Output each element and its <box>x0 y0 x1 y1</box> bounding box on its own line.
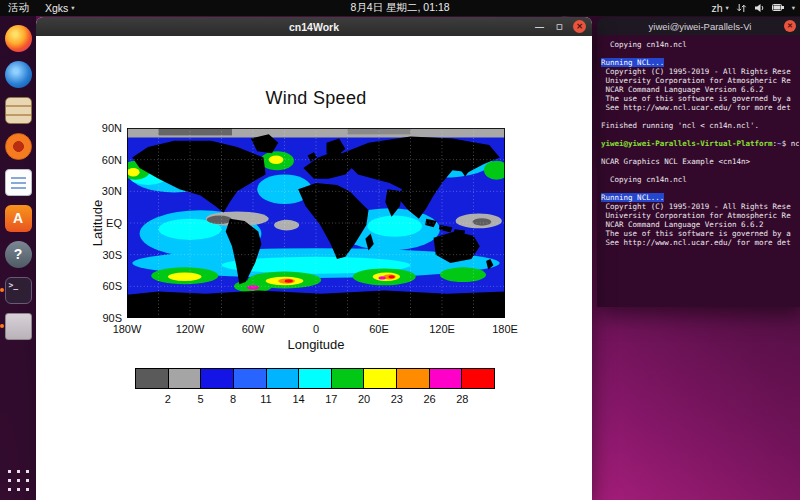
colorbar-cell <box>233 368 267 389</box>
x-axis-label: Longitude <box>127 337 505 352</box>
dock-item-writer[interactable] <box>3 167 33 197</box>
colorbar-label: 14 <box>287 393 311 405</box>
x-tick-label: 0 <box>291 323 341 335</box>
maximize-button[interactable]: ◻ <box>553 20 566 33</box>
desktop: { "topbar": { "activities_label": "活动", … <box>0 0 800 500</box>
colorbar-label: 23 <box>385 393 409 405</box>
terminal-line <box>601 148 799 157</box>
close-button[interactable]: ✕ <box>573 20 586 33</box>
x-tick-label: 120W <box>165 323 215 335</box>
running-indicator-dot <box>0 324 4 328</box>
dock-item-terminal[interactable]: >_ <box>3 275 33 305</box>
terminal-line: See http://www.ncl.ucar.edu/ for more de… <box>601 238 799 247</box>
system-menu-chevron-icon[interactable]: ▾ <box>792 4 795 12</box>
terminal-glyph: >_ <box>9 281 19 290</box>
software-icon: A <box>5 205 32 232</box>
app-menu-label: Xgks <box>45 2 68 14</box>
terminal-line: Copying cn14n.ncl <box>601 175 799 184</box>
terminal-line: See http://www.ncl.ucar.edu/ for more de… <box>601 103 799 112</box>
show-applications-icon <box>5 467 32 494</box>
y-axis-label: Latitude <box>90 200 105 246</box>
network-icon[interactable] <box>736 3 747 13</box>
colorbar-label: 8 <box>221 393 245 405</box>
terminal-icon: >_ <box>5 277 32 304</box>
colorbar-label: 5 <box>188 393 212 405</box>
terminal-line <box>601 112 799 121</box>
colorbar-cell <box>200 368 234 389</box>
x-tick-label: 180W <box>102 323 152 335</box>
plot-window-title: cn14Work <box>289 21 339 33</box>
terminal-line: Running NCL... <box>601 193 799 202</box>
colorbar-cell <box>135 368 169 389</box>
colorbar-label: 28 <box>450 393 474 405</box>
y-tick-label: 90S <box>74 312 122 324</box>
plot-canvas: Wind Speed Latitude <box>36 36 592 500</box>
y-tick-label: 60N <box>74 154 122 166</box>
colorbar-cell <box>331 368 365 389</box>
dock-item-xgks-window[interactable] <box>3 311 33 341</box>
colorbar-label: 2 <box>156 393 180 405</box>
battery-icon[interactable] <box>772 3 785 13</box>
plot-window: cn14Work — ◻ ✕ Wind Speed Latitude <box>36 17 592 500</box>
running-indicator-dot <box>0 288 4 292</box>
help-icon: ? <box>5 241 32 268</box>
colorbar-label: 26 <box>418 393 442 405</box>
chevron-down-icon: ▾ <box>71 4 74 12</box>
terminal-line: NCAR Command Language Version 6.6.2 <box>601 220 799 229</box>
colorbar-label: 20 <box>352 393 376 405</box>
writer-icon <box>5 169 32 196</box>
terminal-line <box>601 130 799 139</box>
files-icon <box>5 97 32 124</box>
colorbar-cell <box>461 368 495 389</box>
x-tick-label: 120E <box>417 323 467 335</box>
dock-item-help[interactable]: ? <box>3 239 33 269</box>
dock-item-show-applications[interactable] <box>3 465 33 495</box>
rhythmbox-icon <box>5 133 32 160</box>
terminal-line <box>601 49 799 58</box>
terminal-line: Copyright (C) 1995-2019 - All Rights Res… <box>601 67 799 76</box>
terminal-line <box>601 166 799 175</box>
colorbar-cell <box>429 368 463 389</box>
world-map <box>127 128 505 318</box>
x-tick-label: 60E <box>354 323 404 335</box>
y-tick-label: 90N <box>74 122 122 134</box>
help-glyph: ? <box>14 246 23 262</box>
terminal-line: Copyright (C) 1995-2019 - All Rights Res… <box>601 202 799 211</box>
terminal-line: The use of this software is governed by … <box>601 94 799 103</box>
dock-item-firefox[interactable] <box>3 23 33 53</box>
colorbar-labels: 25811141720232628 <box>135 393 495 406</box>
colorbar-cell <box>363 368 397 389</box>
top-bar: 活动 Xgks ▾ 8月4日 星期二, 01:18 zh ▾ ▾ <box>0 0 800 16</box>
chevron-down-icon: ▾ <box>725 4 728 12</box>
terminal-line: The use of this software is governed by … <box>601 229 799 238</box>
clock[interactable]: 8月4日 星期二, 01:18 <box>350 1 449 15</box>
colorbar <box>135 368 495 389</box>
world-map-svg <box>127 128 505 318</box>
app-menu[interactable]: Xgks ▾ <box>45 2 75 14</box>
terminal-line: University Corporation for Atmospheric R… <box>601 76 799 85</box>
plot-window-titlebar[interactable]: cn14Work — ◻ ✕ <box>36 17 592 36</box>
x-tick-label: 60W <box>228 323 278 335</box>
dock-item-thunderbird[interactable] <box>3 59 33 89</box>
colorbar-cell <box>396 368 430 389</box>
dock-item-files[interactable] <box>3 95 33 125</box>
terminal-line: Running NCL... <box>601 58 799 67</box>
dock-item-rhythmbox[interactable] <box>3 131 33 161</box>
terminal-line: Finished running 'ncl < cn14n.ncl'. <box>601 121 799 130</box>
terminal-titlebar[interactable]: yiwei@yiwei-Parallels-Vi ✕ <box>597 17 800 35</box>
colorbar-cell <box>266 368 300 389</box>
software-glyph: A <box>13 210 23 226</box>
y-tick-label: 30N <box>74 185 122 197</box>
minimize-button[interactable]: — <box>533 20 546 33</box>
dock-item-software[interactable]: A <box>3 203 33 233</box>
terminal-close-button[interactable]: ✕ <box>784 20 796 32</box>
input-method-indicator[interactable]: zh ▾ <box>711 2 728 14</box>
terminal-line: Copying cn14n.ncl <box>601 40 799 49</box>
terminal-title: yiwei@yiwei-Parallels-Vi <box>649 21 752 32</box>
volume-icon[interactable] <box>754 3 765 13</box>
terminal-line: University Corporation for Atmospheric R… <box>601 211 799 220</box>
colorbar-label: 11 <box>254 393 278 405</box>
activities-button[interactable]: 活动 <box>8 1 29 15</box>
chart-title: Wind Speed <box>127 88 505 109</box>
terminal-body[interactable]: Copying cn14n.ncl Running NCL... Copyrig… <box>597 35 800 307</box>
